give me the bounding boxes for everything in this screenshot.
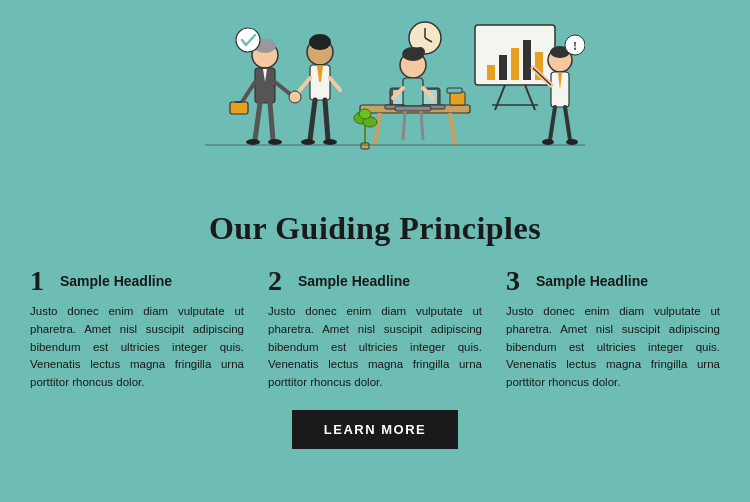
illustration-area: ! [0, 0, 750, 210]
learn-more-button[interactable]: LEARN MORE [292, 410, 458, 449]
column-1-text: Justo donec enim diam vulputate ut phare… [30, 303, 244, 392]
svg-point-60 [309, 34, 331, 50]
column-2-header: 2 Sample Headline [268, 267, 482, 295]
svg-rect-6 [511, 48, 519, 80]
svg-line-26 [450, 113, 455, 145]
column-3-number: 3 [506, 267, 528, 295]
svg-point-56 [246, 139, 260, 145]
column-1-header: 1 Sample Headline [30, 267, 244, 295]
columns-container: 1 Sample Headline Justo donec enim diam … [15, 267, 735, 392]
column-1: 1 Sample Headline Justo donec enim diam … [30, 267, 244, 392]
svg-rect-4 [487, 65, 495, 80]
svg-rect-30 [450, 92, 465, 105]
svg-line-65 [310, 100, 315, 140]
svg-rect-45 [361, 143, 369, 149]
svg-rect-38 [395, 106, 431, 111]
svg-line-25 [375, 113, 380, 145]
button-area: LEARN MORE [292, 410, 458, 449]
column-1-headline: Sample Headline [60, 273, 172, 289]
svg-line-54 [255, 103, 260, 140]
column-1-number: 1 [30, 267, 52, 295]
svg-line-18 [550, 107, 555, 140]
svg-point-67 [301, 139, 315, 145]
svg-point-68 [323, 139, 337, 145]
svg-line-19 [565, 107, 570, 140]
svg-rect-31 [447, 88, 462, 93]
column-3-headline: Sample Headline [536, 273, 648, 289]
column-2: 2 Sample Headline Justo donec enim diam … [268, 267, 482, 392]
column-2-headline: Sample Headline [298, 273, 410, 289]
svg-line-66 [325, 100, 328, 140]
column-2-number: 2 [268, 267, 290, 295]
svg-line-39 [403, 111, 405, 140]
column-2-text: Justo donec enim diam vulputate ut phare… [268, 303, 482, 392]
column-3: 3 Sample Headline Justo donec enim diam … [506, 267, 720, 392]
svg-point-21 [566, 139, 578, 145]
column-3-header: 3 Sample Headline [506, 267, 720, 295]
column-3-text: Justo donec enim diam vulputate ut phare… [506, 303, 720, 392]
svg-point-20 [542, 139, 554, 145]
svg-text:!: ! [573, 39, 577, 53]
svg-point-34 [415, 47, 425, 57]
svg-line-40 [421, 111, 423, 140]
svg-line-9 [495, 85, 505, 110]
page-wrapper: ! [0, 0, 750, 502]
svg-point-44 [359, 109, 371, 119]
svg-point-57 [268, 139, 282, 145]
svg-rect-35 [403, 78, 423, 106]
svg-line-10 [525, 85, 535, 110]
svg-point-58 [236, 28, 260, 52]
svg-rect-51 [230, 102, 248, 114]
svg-line-55 [270, 103, 273, 140]
illustration-svg: ! [165, 10, 585, 210]
svg-point-63 [289, 91, 301, 103]
section-title: Our Guiding Principles [209, 210, 541, 247]
svg-rect-5 [499, 55, 507, 80]
svg-line-64 [330, 78, 340, 90]
svg-rect-7 [523, 40, 531, 80]
